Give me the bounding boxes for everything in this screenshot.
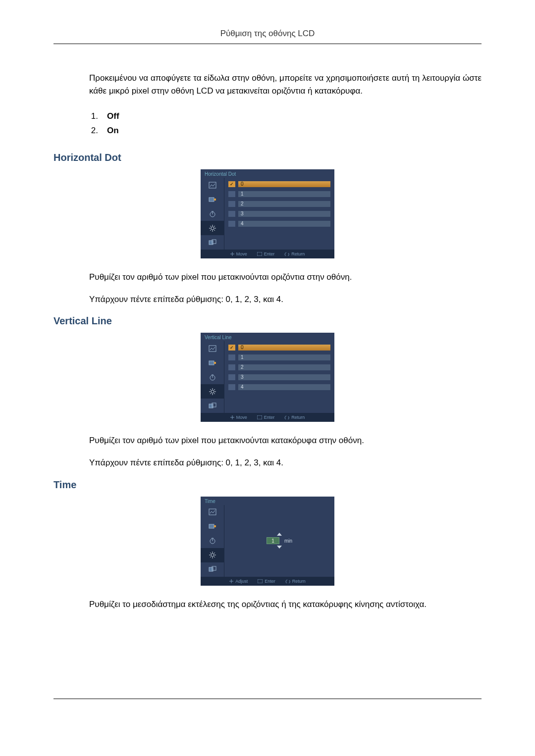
footer-adjust: Adjust [229,579,248,584]
osd-footer: Move Enter Return [201,250,334,258]
timer-tab-icon[interactable] [201,206,224,221]
section-heading-vertical: Vertical Line [54,315,482,327]
check-icon: ✓ [228,345,235,351]
osd-option-value: 2 [238,201,330,207]
check-icon: · [228,354,235,360]
osd-option-value: 2 [238,364,330,370]
svg-point-42 [211,554,214,556]
svg-rect-33 [209,404,213,408]
osd-option-value: 0 [238,181,330,187]
arrow-down-icon[interactable] [277,546,282,549]
osd-option-row[interactable]: ·1 [228,353,330,361]
svg-rect-51 [209,567,213,571]
osd-menu-horizontal: Horizontal Dot ✓0 ·1 ·2 ·3 ·4 Move Enter… [201,169,334,258]
time-unit: min [284,538,292,544]
svg-line-29 [210,389,211,390]
multi-tab-icon[interactable] [201,399,224,413]
osd-option-row[interactable]: ✓0 [228,180,330,188]
footer-move: Move [230,252,247,256]
osd-option-row[interactable]: ·3 [228,210,330,217]
svg-rect-38 [214,525,216,527]
list-item: 2. On [89,123,482,138]
header-rule [54,44,482,44]
svg-point-6 [211,227,214,230]
osd-option-row[interactable]: ·1 [228,190,330,198]
time-desc: Ρυθμίζει το μεσοδιάστημα εκτέλεσης της ο… [89,599,482,611]
osd-title: Vertical Line [201,333,334,341]
svg-line-49 [210,556,211,557]
osd-option-value: 4 [238,384,330,390]
page-header-title: Ρύθμιση της οθόνης LCD [54,29,482,44]
svg-rect-20 [214,362,216,364]
settings-tab-icon[interactable] [201,548,224,562]
timer-tab-icon[interactable] [201,534,224,548]
osd-time-spinner[interactable]: 1 min [224,505,334,577]
osd-option-value: 4 [238,221,330,227]
check-icon: · [228,191,235,197]
osd-footer: Move Enter Return [201,413,334,422]
svg-line-47 [210,553,211,554]
horizontal-desc-1: Ρυθμίζει τον αριθμό των pixel που μετακι… [89,271,482,284]
svg-rect-19 [209,361,214,365]
multi-tab-icon[interactable] [201,235,224,250]
svg-line-48 [214,556,215,557]
picture-tab-icon[interactable] [201,505,224,519]
osd-option-value: 0 [238,345,330,351]
section-heading-horizontal: Horizontal Dot [54,152,482,163]
osd-option-row[interactable]: ✓0 [228,344,330,351]
osd-option-row[interactable]: ·2 [228,363,330,371]
arrow-up-icon[interactable] [277,533,282,536]
footer-enter: Enter [257,415,275,420]
svg-line-13 [210,230,211,231]
picture-tab-icon[interactable] [201,178,224,192]
vertical-desc-1: Ρυθμίζει τον αριθμό των pixel που μετακι… [89,435,482,447]
list-item-label: Off [107,109,119,124]
footer-rule [54,699,482,699]
time-value: 1 [267,537,279,544]
osd-menu-vertical: Vertical Line ✓0 ·1 ·2 ·3 ·4 Move Enter … [201,333,334,422]
check-icon: · [228,384,235,390]
svg-line-14 [214,226,215,227]
section-heading-time: Time [54,479,482,491]
list-item-number: 1. [89,109,98,124]
svg-rect-0 [209,182,216,188]
svg-rect-1 [209,198,214,202]
option-list: 1. Off 2. On [89,109,482,139]
svg-line-30 [214,393,215,394]
osd-option-value: 3 [238,211,330,217]
settings-tab-icon[interactable] [201,221,224,235]
list-item: 1. Off [89,109,482,124]
osd-option-row[interactable]: ·4 [228,220,330,227]
osd-footer: Adjust Enter Return [201,577,334,586]
input-tab-icon[interactable] [201,355,224,370]
list-item-label: On [107,123,119,138]
multi-tab-icon[interactable] [201,562,224,577]
osd-option-value: 1 [238,354,330,360]
footer-move: Move [230,415,247,420]
osd-sidebar [201,341,224,413]
vertical-desc-2: Υπάρχουν πέντε επίπεδα ρύθμισης: 0, 1, 2… [89,457,482,469]
list-item-number: 2. [89,123,98,138]
svg-rect-36 [209,509,216,515]
svg-line-50 [214,553,215,554]
settings-tab-icon[interactable] [201,384,224,399]
footer-return: Return [284,252,305,256]
osd-menu-time: Time 1 min Adjust Enter Return [201,497,334,586]
intro-paragraph: Προκειμένου να αποφύγετε τα είδωλα στην … [89,72,482,98]
check-icon: ✓ [228,181,235,187]
timer-tab-icon[interactable] [201,370,224,384]
osd-option-row[interactable]: ·2 [228,200,330,207]
check-icon: · [228,364,235,370]
footer-enter: Enter [258,579,275,584]
osd-option-row[interactable]: ·4 [228,383,330,391]
picture-tab-icon[interactable] [201,341,224,355]
osd-option-row[interactable]: ·3 [228,373,330,381]
osd-title: Time [201,497,334,505]
input-tab-icon[interactable] [201,192,224,206]
svg-rect-18 [209,346,216,352]
osd-title: Horizontal Dot [201,169,334,178]
horizontal-desc-2: Υπάρχουν πέντε επίπεδα ρύθμισης: 0, 1, 2… [89,294,482,306]
svg-rect-2 [214,199,216,201]
osd-sidebar [201,505,224,577]
input-tab-icon[interactable] [201,519,224,534]
